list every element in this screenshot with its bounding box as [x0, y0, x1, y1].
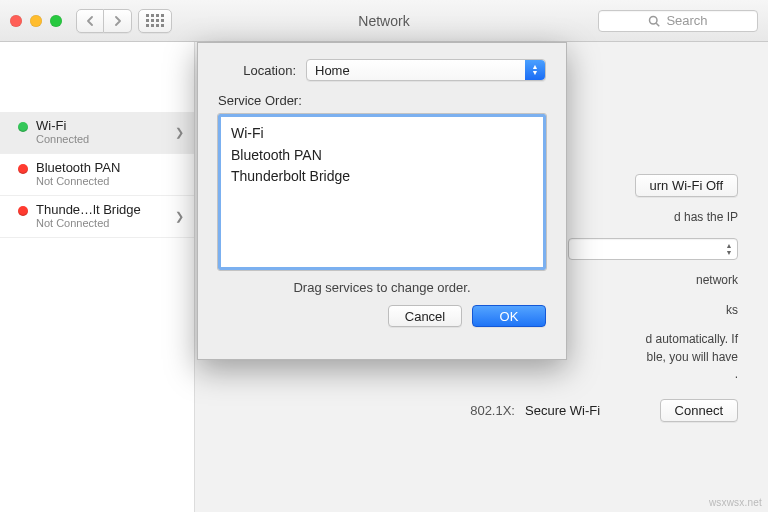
status-dot-icon: [18, 122, 28, 132]
forward-button[interactable]: [104, 9, 132, 33]
sheet-footer: Cancel OK: [218, 305, 546, 327]
svg-point-0: [650, 16, 658, 24]
titlebar: Network Search: [0, 0, 768, 42]
sidebar-item-bluetooth-pan[interactable]: Bluetooth PAN Not Connected: [0, 154, 194, 196]
stepper-icon: ▲▼: [721, 242, 737, 256]
network-name-select[interactable]: ▲▼: [568, 238, 738, 260]
network-word: network: [568, 272, 738, 289]
wifi-ip-text: d has the IP: [568, 209, 738, 226]
show-all-prefs-button[interactable]: [138, 9, 172, 33]
zoom-window-button[interactable]: [50, 15, 62, 27]
minimize-window-button[interactable]: [30, 15, 42, 27]
select-stepper-icon: ▲▼: [525, 60, 545, 80]
toolbar: [76, 9, 172, 33]
sidebar-item-label: Thunde…lt Bridge: [36, 202, 141, 217]
dot1x-value: Secure Wi-Fi: [525, 403, 650, 418]
service-order-sheet: Location: Home ▲▼ Service Order: Wi-Fi B…: [197, 42, 567, 360]
status-dot-icon: [18, 206, 28, 216]
connect-button[interactable]: Connect: [660, 399, 738, 422]
close-window-button[interactable]: [10, 15, 22, 27]
location-row: Location: Home ▲▼: [218, 59, 546, 81]
search-field[interactable]: Search: [598, 10, 758, 32]
window-controls: [10, 15, 62, 27]
svg-line-1: [657, 23, 660, 26]
back-button[interactable]: [76, 9, 104, 33]
sidebar-item-status: Connected: [36, 133, 89, 145]
watermark: wsxwsx.net: [709, 497, 762, 508]
service-order-hint: Drag services to change order.: [218, 280, 546, 295]
wifi-detail-column: urn Wi-Fi Off d has the IP ▲▼ network ks…: [568, 174, 738, 383]
dot1x-label: 802.1X:: [435, 403, 515, 418]
nav-back-forward: [76, 9, 132, 33]
auto-join-text-3: .: [735, 367, 738, 381]
auto-join-text-2: ble, you will have: [647, 350, 738, 364]
service-order-item[interactable]: Bluetooth PAN: [231, 145, 533, 167]
chevron-icon: ❯: [175, 210, 184, 223]
service-order-item[interactable]: Wi-Fi: [231, 123, 533, 145]
service-order-item[interactable]: Thunderbolt Bridge: [231, 166, 533, 188]
ok-button[interactable]: OK: [472, 305, 546, 327]
sidebar-item-wifi[interactable]: Wi-Fi Connected ❯: [0, 112, 194, 154]
service-order-list[interactable]: Wi-Fi Bluetooth PAN Thunderbolt Bridge: [218, 114, 546, 270]
service-sidebar: Wi-Fi Connected ❯ Bluetooth PAN Not Conn…: [0, 42, 195, 512]
ks-fragment: ks: [568, 302, 738, 319]
cancel-button[interactable]: Cancel: [388, 305, 462, 327]
auto-join-text-1: d automatically. If: [646, 332, 738, 346]
turn-wifi-off-button[interactable]: urn Wi-Fi Off: [635, 174, 738, 197]
sidebar-item-status: Not Connected: [36, 175, 120, 187]
sidebar-item-status: Not Connected: [36, 217, 141, 229]
sidebar-item-label: Bluetooth PAN: [36, 160, 120, 175]
chevron-icon: ❯: [175, 126, 184, 139]
grid-icon: [146, 14, 164, 27]
search-icon: [648, 15, 660, 27]
location-select[interactable]: Home ▲▼: [306, 59, 546, 81]
status-dot-icon: [18, 164, 28, 174]
dot1x-row: 802.1X: Secure Wi-Fi Connect: [435, 399, 738, 422]
sidebar-item-label: Wi-Fi: [36, 118, 89, 133]
service-order-label: Service Order:: [218, 93, 546, 108]
sidebar-item-thunderbolt-bridge[interactable]: Thunde…lt Bridge Not Connected ❯: [0, 196, 194, 238]
search-placeholder: Search: [666, 13, 707, 28]
location-select-value: Home: [307, 63, 525, 78]
location-label: Location:: [218, 63, 296, 78]
